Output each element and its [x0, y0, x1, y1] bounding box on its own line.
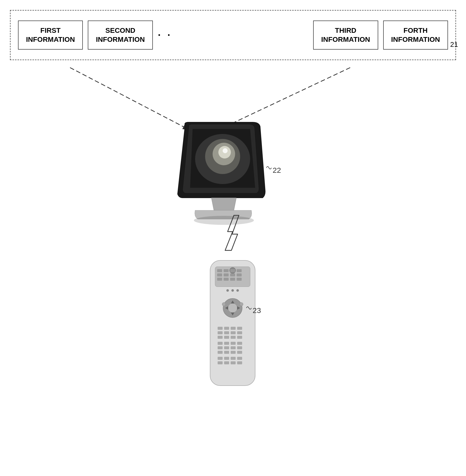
svg-point-5 — [223, 148, 228, 153]
svg-rect-56 — [237, 351, 242, 354]
svg-point-23 — [231, 289, 234, 292]
svg-rect-33 — [218, 327, 223, 330]
svg-rect-47 — [231, 342, 236, 345]
svg-rect-49 — [218, 346, 223, 349]
svg-rect-36 — [237, 327, 242, 330]
monitor-label-text: 22 — [273, 166, 281, 174]
left-dashed-arrow — [70, 68, 190, 130]
right-dashed-arrow — [218, 68, 350, 130]
svg-rect-46 — [224, 342, 229, 345]
svg-rect-44 — [237, 336, 242, 339]
svg-rect-37 — [218, 331, 223, 334]
svg-rect-19 — [224, 278, 229, 281]
svg-rect-59 — [231, 357, 236, 360]
svg-rect-57 — [218, 357, 223, 360]
svg-rect-48 — [237, 342, 242, 345]
svg-rect-35 — [231, 327, 236, 330]
svg-rect-18 — [217, 278, 222, 281]
svg-rect-20 — [230, 278, 235, 281]
svg-rect-39 — [231, 331, 236, 334]
svg-rect-11 — [224, 269, 229, 272]
svg-rect-43 — [231, 336, 236, 339]
svg-rect-50 — [224, 346, 229, 349]
svg-rect-42 — [224, 336, 229, 339]
svg-rect-58 — [224, 357, 229, 360]
svg-rect-10 — [217, 269, 222, 272]
svg-rect-40 — [237, 331, 242, 334]
svg-rect-55 — [231, 351, 236, 354]
svg-rect-15 — [224, 273, 229, 276]
svg-rect-64 — [237, 361, 242, 364]
remote-label-text: 23 — [253, 306, 261, 314]
svg-rect-53 — [218, 351, 223, 354]
svg-point-32 — [240, 302, 243, 306]
svg-rect-13 — [237, 269, 242, 272]
svg-rect-52 — [237, 346, 242, 349]
svg-rect-41 — [218, 336, 223, 339]
svg-rect-61 — [218, 361, 223, 364]
monitor-illustration — [178, 122, 265, 225]
svg-point-6 — [194, 216, 254, 225]
svg-rect-16 — [230, 273, 235, 276]
svg-point-24 — [236, 289, 239, 292]
svg-point-22 — [226, 289, 229, 292]
remote-control — [210, 260, 255, 386]
svg-rect-63 — [231, 361, 236, 364]
svg-rect-45 — [218, 342, 223, 345]
svg-rect-12 — [230, 269, 235, 272]
svg-rect-17 — [237, 273, 242, 276]
diagram-svg: 22 — [0, 0, 466, 476]
svg-rect-54 — [224, 351, 229, 354]
svg-point-26 — [228, 303, 237, 312]
svg-rect-38 — [224, 331, 229, 334]
svg-rect-21 — [237, 278, 242, 281]
svg-rect-62 — [224, 361, 229, 364]
svg-rect-60 — [237, 357, 242, 360]
svg-point-31 — [222, 302, 226, 306]
svg-rect-14 — [217, 273, 222, 276]
svg-rect-51 — [231, 346, 236, 349]
svg-rect-34 — [224, 327, 229, 330]
